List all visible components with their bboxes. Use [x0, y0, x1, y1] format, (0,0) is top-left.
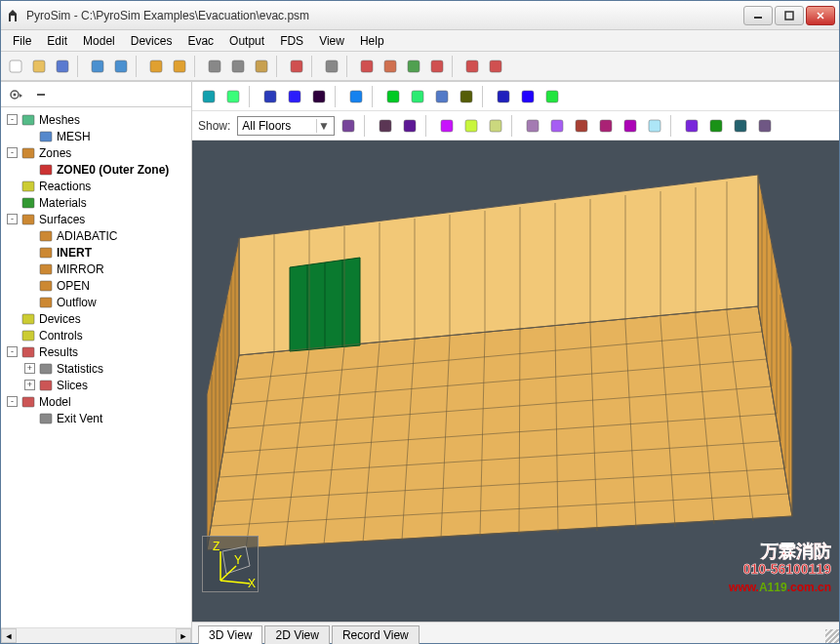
shape-b-icon[interactable]	[485, 56, 506, 77]
menu-devices[interactable]: Devices	[123, 32, 180, 50]
tree-item-zones[interactable]: -Zones	[3, 144, 189, 161]
tree-item-slices[interactable]: +Slices	[3, 377, 189, 393]
delete-icon[interactable]	[286, 56, 307, 77]
target1-icon[interactable]	[493, 86, 514, 107]
tree-item-mirror[interactable]: MIRROR	[3, 261, 189, 277]
tab-3d-view[interactable]: 3D View	[198, 625, 262, 644]
ab-icon[interactable]	[754, 115, 776, 137]
menu-view[interactable]: View	[311, 32, 352, 50]
menu-edit[interactable]: Edit	[39, 32, 75, 50]
tool4-icon[interactable]	[595, 115, 617, 137]
tree-item-exit-vent[interactable]: Exit Vent	[3, 410, 189, 426]
undo-icon[interactable]	[145, 56, 167, 77]
target2-icon[interactable]	[517, 86, 539, 107]
minimize-button[interactable]	[743, 6, 773, 25]
new-doc-icon[interactable]	[5, 56, 26, 77]
tree-item-controls[interactable]: Controls	[3, 327, 189, 343]
gear-dropdown-icon[interactable]	[5, 84, 26, 105]
axis-gizmo[interactable]: Z X Y	[202, 536, 259, 592]
tab-2d-view[interactable]: 2D View	[264, 625, 329, 644]
expand-icon[interactable]: -	[7, 396, 18, 407]
copy-icon[interactable]	[227, 56, 249, 77]
resize-grip[interactable]	[825, 629, 839, 643]
open-folder-icon[interactable]	[28, 56, 50, 77]
tree-item-model[interactable]: -Model	[3, 393, 189, 410]
wire-icon[interactable]	[222, 86, 244, 107]
expand-icon[interactable]: -	[7, 147, 18, 158]
sidebar-hscrollbar[interactable]: ◄ ►	[1, 627, 191, 643]
shade3-icon[interactable]	[308, 86, 330, 107]
persp-icon[interactable]	[198, 86, 220, 107]
tree-item-results[interactable]: -Results	[3, 343, 189, 360]
tree-item-reactions[interactable]: Reactions	[3, 178, 189, 194]
save-icon[interactable]	[52, 56, 73, 77]
expand-icon[interactable]: -	[7, 114, 18, 125]
cube-a-icon[interactable]	[356, 56, 378, 77]
maximize-button[interactable]	[775, 6, 804, 25]
book-icon[interactable]	[730, 115, 751, 137]
orbit-icon[interactable]	[382, 86, 404, 107]
arrow-icon[interactable]	[345, 86, 367, 107]
menu-evac[interactable]: Evac	[180, 32, 221, 50]
grid2-icon[interactable]	[681, 115, 702, 137]
mesh-b-icon[interactable]	[426, 56, 448, 77]
plus-icon[interactable]	[431, 86, 453, 107]
scroll-left-icon[interactable]: ◄	[1, 628, 17, 643]
box3-icon[interactable]	[485, 115, 506, 137]
tree-item-surfaces[interactable]: -Surfaces	[3, 211, 189, 227]
tool3-icon[interactable]	[571, 115, 592, 137]
svg-rect-10	[150, 60, 162, 72]
tree-item-statistics[interactable]: +Statistics	[3, 360, 189, 377]
tool1-icon[interactable]	[522, 115, 543, 137]
target3-icon[interactable]	[541, 86, 563, 107]
tree-item-open[interactable]: OPEN	[3, 277, 189, 294]
zoom-icon[interactable]	[456, 86, 477, 107]
shade2-icon[interactable]	[284, 86, 305, 107]
navigation-tree[interactable]: -MeshesMESH-ZonesZONE0 (Outer Zone)React…	[1, 107, 191, 627]
menu-help[interactable]: Help	[352, 32, 392, 50]
box2-icon[interactable]	[460, 115, 482, 137]
tree-item-mesh[interactable]: MESH	[3, 128, 189, 144]
expand-icon[interactable]: -	[7, 346, 18, 357]
tab-record-view[interactable]: Record View	[332, 625, 420, 644]
import-icon[interactable]	[87, 56, 108, 77]
color1-icon[interactable]	[375, 115, 396, 137]
cut-icon[interactable]	[204, 56, 225, 77]
close-button[interactable]	[806, 6, 835, 25]
grid1-icon[interactable]	[338, 115, 359, 137]
tree-item-devices[interactable]: Devices	[3, 310, 189, 327]
collapse-icon[interactable]	[30, 84, 52, 105]
walk-icon[interactable]	[407, 86, 428, 107]
shape-a-icon[interactable]	[461, 56, 483, 77]
color2-icon[interactable]	[399, 115, 420, 137]
tree-item-adiabatic[interactable]: ADIABATIC	[3, 227, 189, 244]
box-icon[interactable]	[321, 56, 342, 77]
3d-viewport[interactable]: Z X Y 万霖消防 010-56100119 www.A119.com.cn	[192, 141, 839, 622]
tree-item-outflow[interactable]: Outflow	[3, 294, 189, 310]
scroll-track[interactable]	[17, 628, 176, 643]
tree-item-zone0-outer-zone-[interactable]: ZONE0 (Outer Zone)	[3, 161, 189, 178]
tree-item-materials[interactable]: Materials	[3, 194, 189, 211]
expand-icon[interactable]: -	[7, 214, 18, 224]
cube-b-icon[interactable]	[380, 56, 401, 77]
tool2-icon[interactable]	[546, 115, 568, 137]
box1-icon[interactable]	[436, 115, 458, 137]
paste-icon[interactable]	[251, 56, 272, 77]
menu-output[interactable]: Output	[221, 32, 272, 50]
floor-selector[interactable]: All Floors ▼	[237, 116, 335, 136]
tool6-icon[interactable]	[644, 115, 665, 137]
scroll-right-icon[interactable]: ►	[176, 628, 191, 643]
redo-icon[interactable]	[169, 56, 190, 77]
menu-fds[interactable]: FDS	[272, 32, 311, 50]
menu-file[interactable]: File	[5, 32, 39, 50]
export-icon[interactable]	[110, 56, 132, 77]
123-icon[interactable]	[705, 115, 727, 137]
tree-item-meshes[interactable]: -Meshes	[3, 111, 189, 128]
tree-item-inert[interactable]: INERT	[3, 244, 189, 261]
tool5-icon[interactable]	[620, 115, 641, 137]
shade1-icon[interactable]	[260, 86, 281, 107]
expand-icon[interactable]: +	[24, 380, 35, 390]
mesh-a-icon[interactable]	[403, 56, 424, 77]
expand-icon[interactable]: +	[24, 363, 35, 374]
menu-model[interactable]: Model	[75, 32, 123, 50]
